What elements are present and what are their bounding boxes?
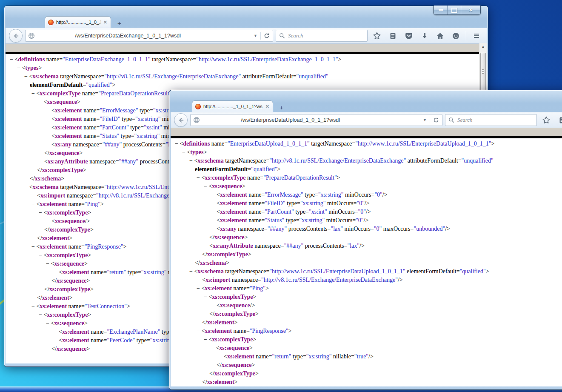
window-titlebar[interactable]: ✕ [6,6,487,16]
search-icon [279,33,285,39]
bookmark-star-button[interactable] [370,30,384,41]
back-arrow-icon [178,117,184,123]
divider [466,31,466,40]
xml-line: − <types> [173,149,562,157]
xml-collapse-toggle[interactable]: − [197,328,201,334]
xml-line: </xs:sequence> [173,362,562,370]
navigation-toolbar: /ws/EnterpriseDataExchange_1_0_1_1?wsdl … [6,28,487,44]
xml-collapse-toggle[interactable]: − [182,149,187,155]
xml-collapse-toggle[interactable]: − [17,65,22,71]
hello-smiley-button[interactable] [449,31,462,41]
xml-collapse-toggle[interactable]: − [10,56,14,63]
reload-icon[interactable] [261,33,273,39]
xml-line: <xs:any namespace="##any" processContent… [173,226,562,234]
xml-collapse-toggle[interactable]: − [204,336,208,343]
xml-collapse-toggle[interactable]: − [204,183,208,189]
xml-collapse-toggle[interactable]: − [39,99,43,105]
xml-collapse-toggle[interactable]: − [31,201,36,207]
search-input[interactable] [287,32,364,40]
tab-wsdl[interactable]: http://.............._1_0_1_1?wsdl ✕ [45,16,111,28]
downloads-button[interactable] [418,31,431,41]
tab-bar: http://.............._1_0_1_1?wsdl ✕ + [171,100,562,112]
xml-line: − <xs:element name="PingResponse"> [173,328,562,336]
url-bar[interactable]: /ws/EnterpriseDataUpload_1_0_1_1?wsdl ▼ [190,114,442,126]
xml-collapse-toggle[interactable]: − [24,184,29,190]
tab-bar: http://.............._1_0_1_1?wsdl ✕ + [6,16,487,28]
window-titlebar[interactable] [171,90,562,100]
xml-line: − <xs:complexType name="PrepareDataOpera… [173,175,562,183]
xml-line: </xs:schema> [173,260,562,268]
reload-icon[interactable] [430,117,442,123]
url-bar-extras: ▼ [420,114,442,126]
xml-collapse-toggle[interactable]: − [197,175,201,181]
back-button[interactable] [9,29,23,43]
home-button[interactable] [434,31,447,41]
search-input[interactable] [456,116,533,124]
xml-line: <xs:element name="FileID" type="xs:strin… [173,200,562,209]
url-dropdown-icon[interactable]: ▼ [251,34,260,38]
new-tab-button[interactable]: + [275,103,288,112]
xml-collapse-toggle[interactable]: − [175,140,180,147]
xml-collapse-toggle[interactable]: − [31,243,36,250]
url-text: /ws/EnterpriseDataExchange_1_0_1_1?wsdl [75,30,181,41]
close-button[interactable]: ✕ [461,6,480,14]
xml-line: <xs:element name="ErrorMessage" type="xs… [173,192,562,200]
globe-icon[interactable] [193,117,200,123]
xml-collapse-toggle[interactable]: − [31,90,36,97]
xml-line: − <definitions name="EnterpriseDataUploa… [173,140,562,149]
xml-collapse-toggle[interactable]: − [211,345,216,351]
xml-line: </xs:complexType> [173,370,562,379]
xml-line: </xs:element> [173,319,562,328]
pocket-button[interactable] [402,31,416,41]
search-box[interactable] [276,30,368,42]
url-text: /ws/EnterpriseDataUpload_1_0_1_1?wsdl [241,114,340,126]
globe-icon[interactable] [28,32,35,39]
xml-line: elementFormDefault="qualified"> [8,82,487,90]
xml-collapse-toggle[interactable]: − [39,209,43,216]
xml-line: elementFormDefault="qualified"> [173,166,562,175]
xml-collapse-toggle[interactable]: − [46,320,51,326]
tab-close-icon[interactable]: ✕ [265,104,270,109]
xml-collapse-toggle[interactable]: − [39,312,43,318]
scroll-up-button[interactable]: ▲ [479,43,487,50]
xml-line: <xs:import namespace="http://v8.1c.ru/SS… [173,277,562,285]
xml-line: </xs:element> [173,379,562,386]
new-tab-button[interactable]: + [113,18,126,28]
tab-title: http://.............._1_0_1_1?wsdl [203,104,262,109]
xml-collapse-toggle[interactable]: − [197,285,201,292]
xml-collapse-toggle[interactable]: − [189,268,194,275]
xml-line: − <xs:complexType> [173,336,562,345]
bookmark-star-button[interactable] [539,114,553,126]
xml-collapse-toggle[interactable]: − [46,260,51,267]
xml-line: </xs:complexType> [173,311,562,319]
xml-line: <xs:element name="PartCount" type="xs:in… [173,209,562,217]
bookmarks-menu-button[interactable] [556,115,562,126]
xml-collapse-toggle[interactable]: − [204,294,208,300]
url-dropdown-icon[interactable]: ▼ [420,118,430,122]
windows-desktop: ✕ http://.............._1_0_1_1?wsdl ✕ +… [0,0,562,392]
scrollbar-thumb[interactable] [480,53,486,90]
hamburger-menu-button[interactable] [470,31,483,41]
back-button[interactable] [174,113,188,127]
tab-close-icon[interactable]: ✕ [103,20,108,25]
xml-document-upload: − <definitions name="EnterpriseDataUploa… [171,138,562,386]
maximize-icon [451,8,457,13]
xml-line: <xs:element name="Status" type="xs:strin… [173,217,562,226]
search-box[interactable] [445,114,537,126]
xml-collapse-toggle[interactable]: − [31,303,36,309]
tab-wsdl[interactable]: http://.............._1_0_1_1?wsdl ✕ [192,100,273,112]
xml-collapse-toggle[interactable]: − [24,73,29,80]
xml-collapse-toggle[interactable]: − [39,252,43,258]
tab-title: http://.............._1_0_1_1?wsdl [56,20,100,25]
maximize-button[interactable] [448,6,461,14]
url-bar[interactable]: /ws/EnterpriseDataExchange_1_0_1_1?wsdl … [25,30,273,42]
bookmarks-menu-button[interactable] [386,31,399,41]
xml-line: − <definitions name="EnterpriseDataExcha… [8,56,487,65]
xml-line: − <xs:schema targetNamespace="http://www… [173,268,562,277]
xml-line: − <xs:sequence> [173,345,562,353]
xml-line: − <xs:complexType> [173,294,562,302]
xml-line: − <xs:schema targetNamespace="http://v8.… [8,73,487,82]
xml-collapse-toggle[interactable]: − [189,157,194,164]
minimize-button[interactable] [434,6,448,14]
xml-line: <xs:element name="return" type="xs:strin… [173,353,562,362]
